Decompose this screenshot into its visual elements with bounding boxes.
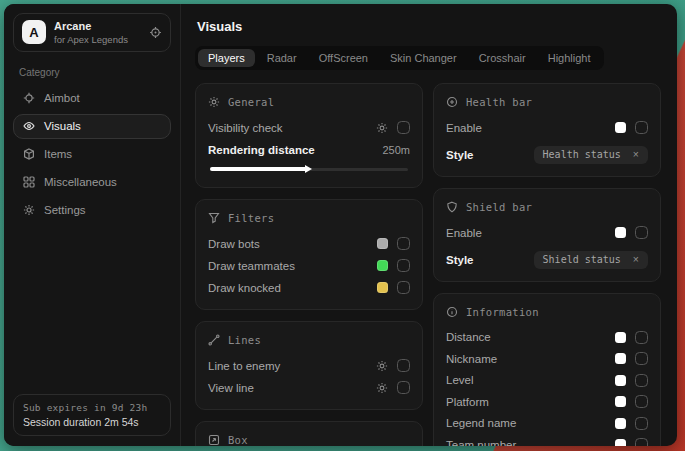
setting-label: Line to enemy: [208, 360, 280, 372]
setting-row-draw-bots: Draw bots: [208, 233, 410, 254]
setting-row-draw-knocked: Draw knocked: [208, 277, 410, 298]
gear-icon[interactable]: [376, 360, 388, 372]
slider-knob[interactable]: [305, 165, 312, 173]
app-window: A Arcane for Apex Legends Category Aimbo…: [4, 4, 677, 446]
visibility-check-checkbox[interactable]: [397, 121, 410, 134]
color-swatch[interactable]: [615, 122, 626, 133]
card-title: Shield bar: [466, 201, 532, 213]
health-style-select[interactable]: Health status ×: [534, 146, 648, 164]
color-swatch[interactable]: [615, 375, 626, 386]
settings-columns: General Visibility check: [195, 83, 661, 446]
tab-players[interactable]: Players: [198, 49, 255, 67]
tab-offscreen[interactable]: OffScreen: [309, 49, 378, 67]
setting-row-shield-enable: Enable: [446, 222, 648, 243]
sidebar-item-settings[interactable]: Settings: [13, 198, 171, 223]
tab-crosshair[interactable]: Crosshair: [469, 49, 536, 67]
slider-fill: [210, 167, 307, 171]
draw-teammates-checkbox[interactable]: [397, 259, 410, 272]
card-title: Health bar: [466, 96, 532, 108]
color-swatch[interactable]: [377, 282, 388, 293]
subscription-expiry: Sub expires in 9d 23h: [23, 402, 161, 413]
setting-label: Enable: [446, 122, 482, 134]
sidebar-item-label: Settings: [44, 204, 86, 216]
setting-row-shield-style: Style Shield status ×: [446, 249, 648, 270]
tab-skin-changer[interactable]: Skin Changer: [380, 49, 467, 67]
card-health-bar: Health bar Enable Style H: [433, 83, 661, 177]
view-line-checkbox[interactable]: [397, 381, 410, 394]
box-icon: [208, 434, 220, 446]
sidebar: A Arcane for Apex Legends Category Aimbo…: [4, 4, 181, 446]
card-title: General: [228, 96, 274, 108]
right-column: Health bar Enable Style H: [433, 83, 661, 446]
sidebar-item-items[interactable]: Items: [13, 142, 171, 167]
card-box: Box Enable Enable background: [195, 421, 423, 446]
setting-label: Legend name: [446, 417, 516, 429]
color-swatch[interactable]: [615, 396, 626, 407]
shield-icon: [446, 201, 458, 213]
gear-icon[interactable]: [376, 122, 388, 134]
tab-radar[interactable]: Radar: [257, 49, 307, 67]
card-lines: Lines Line to enemy: [195, 321, 423, 410]
setting-row-nickname: Nickname: [446, 349, 648, 370]
setting-label: Nickname: [446, 353, 497, 365]
color-swatch[interactable]: [377, 260, 388, 271]
selected-option: Health status: [543, 149, 621, 160]
color-swatch[interactable]: [615, 353, 626, 364]
platform-checkbox[interactable]: [635, 395, 648, 408]
brightness-icon: [208, 96, 220, 108]
setting-label: Team number: [446, 439, 516, 446]
draw-knocked-checkbox[interactable]: [397, 281, 410, 294]
session-card: Sub expires in 9d 23h Session duration 2…: [13, 394, 171, 436]
sidebar-item-label: Aimbot: [44, 92, 80, 104]
color-swatch[interactable]: [615, 439, 626, 446]
setting-label: Visibility check: [208, 122, 283, 134]
sidebar-item-visuals[interactable]: Visuals: [13, 114, 171, 139]
setting-row-draw-teammates: Draw teammates: [208, 255, 410, 276]
shield-enable-checkbox[interactable]: [635, 226, 648, 239]
setting-row-health-enable: Enable: [446, 117, 648, 138]
setting-label: Draw knocked: [208, 282, 281, 294]
line-icon: [208, 334, 220, 346]
grid-icon: [23, 176, 35, 188]
session-duration: Session duration 2m 54s: [23, 416, 161, 428]
package-icon: [23, 148, 35, 160]
clear-icon[interactable]: ×: [633, 149, 639, 160]
setting-label: Draw teammates: [208, 260, 295, 272]
page-title: Visuals: [197, 19, 661, 34]
setting-label: Enable: [446, 227, 482, 239]
setting-row-legend-name: Legend name: [446, 413, 648, 434]
clear-icon[interactable]: ×: [633, 254, 639, 265]
eye-icon: [23, 120, 35, 132]
draw-bots-checkbox[interactable]: [397, 237, 410, 250]
color-swatch[interactable]: [377, 238, 388, 249]
setting-row-platform: Platform: [446, 392, 648, 413]
legend-name-checkbox[interactable]: [635, 417, 648, 430]
tab-highlight[interactable]: Highlight: [538, 49, 601, 67]
sidebar-item-aimbot[interactable]: Aimbot: [13, 86, 171, 111]
rendering-distance-slider[interactable]: [210, 164, 408, 174]
card-shield-bar: Shield bar Enable Style S: [433, 188, 661, 282]
card-information-header: Information: [446, 306, 648, 318]
setting-label: Platform: [446, 396, 489, 408]
team-number-checkbox[interactable]: [635, 438, 648, 446]
gear-icon[interactable]: [376, 382, 388, 394]
color-swatch[interactable]: [615, 332, 626, 343]
color-swatch[interactable]: [615, 227, 626, 238]
nickname-checkbox[interactable]: [635, 352, 648, 365]
main-panel: Visuals Players Radar OffScreen Skin Cha…: [181, 4, 677, 446]
sidebar-item-label: Miscellaneous: [44, 176, 117, 188]
shield-style-select[interactable]: Shield status ×: [534, 251, 648, 269]
rendering-distance-value: 250m: [382, 144, 410, 156]
left-column: General Visibility check: [195, 83, 423, 446]
scope-icon[interactable]: [149, 26, 162, 39]
line-to-enemy-checkbox[interactable]: [397, 359, 410, 372]
health-enable-checkbox[interactable]: [635, 121, 648, 134]
sidebar-item-miscellaneous[interactable]: Miscellaneous: [13, 170, 171, 195]
health-icon: [446, 96, 458, 108]
app-logo: A: [22, 20, 46, 44]
setting-row-line-to-enemy: Line to enemy: [208, 355, 410, 376]
distance-checkbox[interactable]: [635, 331, 648, 344]
level-checkbox[interactable]: [635, 374, 648, 387]
card-title: Lines: [228, 334, 261, 346]
color-swatch[interactable]: [615, 418, 626, 429]
